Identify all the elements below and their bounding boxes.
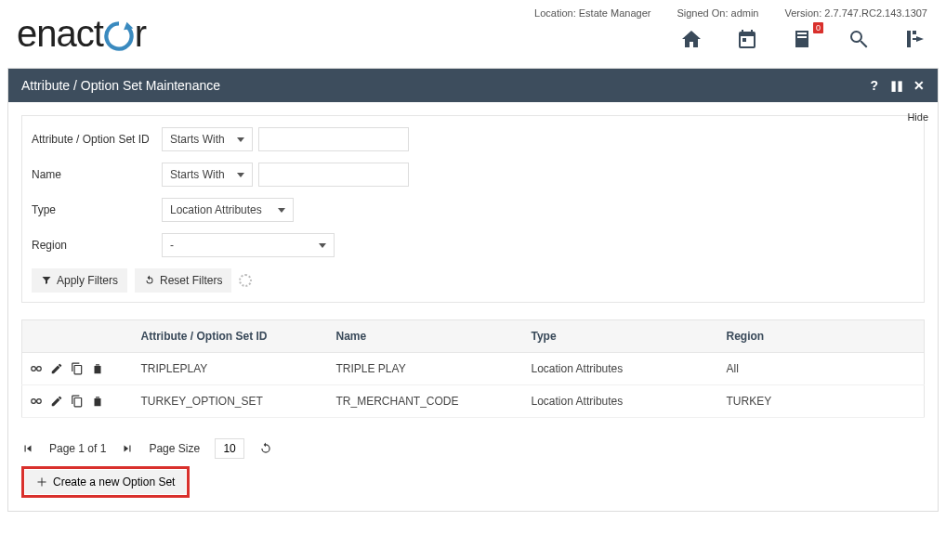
logo-o-glyph (103, 13, 135, 55)
close-icon[interactable]: ✕ (913, 78, 925, 93)
help-icon[interactable]: ? (870, 78, 878, 93)
home-icon[interactable] (680, 28, 703, 50)
delete-icon[interactable] (91, 395, 104, 408)
pager: Page 1 of 1 Page Size (21, 438, 925, 459)
filter-id-label: Attribute / Option Set ID (32, 133, 162, 146)
page-indicator: Page 1 of 1 (49, 442, 106, 455)
chevron-down-icon (278, 208, 285, 213)
main-panel: Attribute / Option Set Maintenance ? ❚❚ … (7, 68, 939, 512)
chevron-down-icon (237, 137, 244, 142)
svg-point-4 (37, 399, 42, 404)
create-option-set-button[interactable]: Create a new Option Set (25, 470, 186, 494)
svg-point-1 (32, 367, 36, 371)
apply-filters-button[interactable]: Apply Filters (32, 268, 127, 293)
notifications-icon[interactable]: 0 (792, 28, 814, 50)
col-type: Type (524, 320, 719, 353)
version-label: Version: 2.7.747.RC2.143.1307 (784, 7, 927, 19)
filter-name-label: Name (32, 168, 162, 181)
first-page-icon[interactable] (21, 442, 34, 455)
copy-icon[interactable] (71, 395, 84, 408)
filter-type-label: Type (32, 203, 162, 216)
notification-badge: 0 (813, 22, 823, 33)
refresh-icon[interactable] (259, 442, 272, 455)
chevron-down-icon (237, 173, 244, 177)
signed-on-label: Signed On: admin (677, 7, 758, 19)
svg-marker-0 (124, 22, 133, 31)
filter-region-label: Region (32, 239, 162, 252)
panel-title: Attribute / Option Set Maintenance (21, 78, 220, 93)
results-table: Attribute / Option Set ID Name Type Regi… (21, 319, 925, 418)
filter-region-select[interactable]: - (162, 233, 335, 257)
create-highlight: Create a new Option Set (21, 466, 190, 498)
app-header: enact r Location: Estate Manager Signed … (0, 0, 946, 60)
loading-spinner-icon (239, 274, 252, 287)
edit-icon[interactable] (50, 362, 63, 375)
filter-name-op-select[interactable]: Starts With (162, 163, 253, 187)
filter-box: Attribute / Option Set ID Starts With Na… (21, 115, 925, 303)
filter-icon (41, 275, 52, 286)
col-name: Name (329, 320, 524, 353)
filter-name-input[interactable] (258, 163, 409, 187)
filter-type-select[interactable]: Location Attributes (162, 198, 294, 222)
filter-id-input[interactable] (258, 127, 409, 151)
svg-point-3 (32, 399, 36, 404)
plus-icon (36, 476, 47, 488)
svg-point-2 (37, 367, 42, 371)
calendar-icon[interactable] (736, 28, 758, 50)
logout-icon[interactable] (903, 28, 926, 50)
edit-icon[interactable] (50, 395, 63, 408)
status-line: Location: Estate Manager Signed On: admi… (534, 6, 933, 28)
page-size-label: Page Size (149, 442, 200, 455)
pause-icon[interactable]: ❚❚ (889, 80, 902, 92)
table-header-row: Attribute / Option Set ID Name Type Regi… (22, 320, 925, 353)
copy-icon[interactable] (71, 362, 84, 375)
col-actions (22, 320, 134, 353)
location-label: Location: Estate Manager (534, 7, 650, 19)
hide-link[interactable]: Hide (907, 111, 928, 123)
chevron-down-icon (319, 243, 326, 248)
icon-bar: 0 (680, 28, 933, 50)
col-id: Attribute / Option Set ID (134, 320, 329, 353)
page-size-input[interactable] (215, 438, 244, 459)
filter-id-op-select[interactable]: Starts With (162, 127, 253, 151)
reset-icon (144, 275, 155, 286)
view-icon[interactable] (30, 362, 43, 375)
search-icon[interactable] (847, 28, 870, 50)
panel-header: Attribute / Option Set Maintenance ? ❚❚ … (8, 69, 938, 102)
view-icon[interactable] (30, 395, 43, 408)
brand-logo: enact r (17, 13, 146, 55)
table-row: TURKEY_OPTION_SET TR_MERCHANT_CODE Locat… (22, 385, 925, 418)
col-region: Region (719, 320, 925, 353)
delete-icon[interactable] (91, 362, 104, 375)
reset-filters-button[interactable]: Reset Filters (135, 268, 231, 293)
table-row: TRIPLEPLAY TRIPLE PLAY Location Attribut… (22, 353, 925, 385)
last-page-icon[interactable] (121, 442, 134, 455)
